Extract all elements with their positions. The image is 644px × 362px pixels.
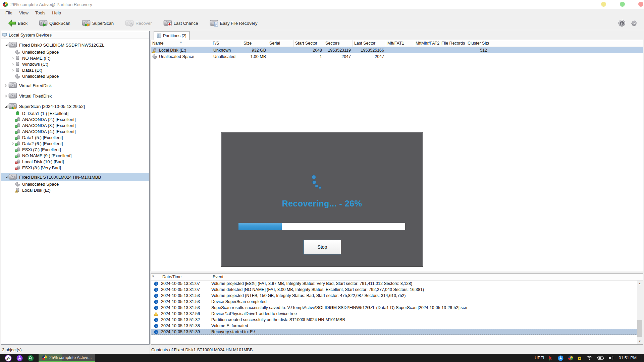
usb-device-icon[interactable] xyxy=(578,355,582,361)
easyfile-icon xyxy=(210,20,218,26)
log-row[interactable]: 2024-10-05 13:31:07 Volume detected [NO … xyxy=(151,287,643,293)
appstore-tray-icon[interactable] xyxy=(558,355,564,361)
tray-cursor-icon[interactable] xyxy=(548,356,553,361)
scroll-down-icon[interactable]: ▼ xyxy=(637,339,643,344)
column-header-mft-fat1[interactable]: Mft/FAT1 xyxy=(386,40,414,47)
tree-item[interactable]: Virtual FixedDisk xyxy=(1,92,149,100)
tree-item[interactable]: Unallocated Space xyxy=(1,49,149,55)
appstore-taskbar-icon[interactable] xyxy=(16,355,23,361)
partition-row[interactable]: Local Disk (E:)Unknown932 GB204819535231… xyxy=(151,47,643,53)
tree-item[interactable]: Unallocated Space xyxy=(1,181,149,187)
column-header-f-s[interactable]: F/S xyxy=(211,40,242,47)
column-header-serial[interactable]: Serial xyxy=(268,40,294,47)
spinner-icon xyxy=(319,186,321,189)
menu-file[interactable]: File xyxy=(2,10,16,16)
event-log-scrollbar[interactable]: ▲ ▼ xyxy=(637,281,643,344)
tree-item[interactable]: Data1 (5:) [Excellent] xyxy=(1,134,149,140)
column-header-last-sector[interactable]: Last Sector xyxy=(353,40,386,47)
volume-speaker-icon[interactable] xyxy=(608,356,614,360)
tree-item[interactable]: ANACONDA (2:) [Excellent] xyxy=(1,116,149,122)
column-header-file-records[interactable]: File Records xyxy=(440,40,466,47)
tree-item[interactable]: Windows (C:) xyxy=(1,61,149,67)
expander-collapsed-icon[interactable] xyxy=(4,84,8,87)
recovery-progress-dialog: Recovering... - 26% Stop xyxy=(221,132,423,267)
tree-item[interactable]: ESXi (7:) [Excellent] xyxy=(1,146,149,153)
log-info-icon xyxy=(151,318,161,322)
tree-item[interactable]: NO NAME (9:) [Excellent] xyxy=(1,153,149,159)
expander-collapsed-icon[interactable] xyxy=(10,57,15,60)
toolbar-button-superscan[interactable]: SuperScan xyxy=(78,17,117,29)
column-header-cluster-size[interactable]: Cluster Size xyxy=(466,40,489,47)
expander-collapsed-icon[interactable] xyxy=(10,69,15,72)
column-header-sectors[interactable]: Sectors xyxy=(324,40,353,47)
scroll-up-icon[interactable]: ▲ xyxy=(637,281,643,286)
event-log-header: *Date/TimeEvent xyxy=(151,274,643,281)
log-row[interactable]: 2024-10-05 13:31:53 Device SuperScan com… xyxy=(151,299,643,305)
log-row[interactable]: 2024-10-05 13:37:56 Device \\.\PhysicalD… xyxy=(151,311,643,317)
toolbar-button-last-chance[interactable]: Last Chance xyxy=(160,17,202,29)
tree-item[interactable]: Local Disk (10:) [Bad] xyxy=(1,159,149,165)
spinner-icon xyxy=(312,180,316,184)
menu-help[interactable]: Help xyxy=(49,10,64,16)
close-button[interactable] xyxy=(638,2,643,7)
expander-collapsed-icon[interactable] xyxy=(10,142,15,145)
log-column-date-time[interactable]: Date/Time xyxy=(161,274,211,280)
tree-item[interactable]: Local Disk (E:) xyxy=(1,187,149,193)
maximize-button[interactable] xyxy=(620,2,625,7)
part-red-icon xyxy=(15,159,20,164)
log-row[interactable]: 2024-10-05 13:51:32 Partition created su… xyxy=(151,317,643,323)
menu-tools[interactable]: Tools xyxy=(32,10,49,16)
tree-item[interactable]: Data2 (6:) [Excellent] xyxy=(1,140,149,146)
column-header-size[interactable]: Size xyxy=(242,40,268,47)
log-column-icon[interactable]: * xyxy=(151,274,161,280)
tree-item[interactable]: Fixed Disk0 SOLIDIGM SSDPFINW512GZL xyxy=(1,41,149,49)
app-tray-icon[interactable] xyxy=(568,355,573,361)
battery-icon[interactable] xyxy=(597,356,604,360)
menu-view[interactable]: View xyxy=(16,10,32,16)
column-header-start-sector[interactable]: Start Sector xyxy=(294,40,324,47)
tree-item[interactable]: SuperScan [2024-10-05 13:29:52] xyxy=(1,102,149,110)
settings-gear-icon[interactable] xyxy=(630,19,638,27)
show-desktop-divider[interactable] xyxy=(642,355,642,361)
tree-item[interactable]: ANACONDA (3:) [Excellent] xyxy=(1,122,149,128)
help-icon[interactable] xyxy=(618,19,626,27)
tree-item[interactable]: Virtual FixedDisk xyxy=(1,81,149,89)
expander-expanded-icon[interactable] xyxy=(4,176,8,179)
tree-item[interactable]: D: Data1 (1:) [Excellent] xyxy=(1,110,149,116)
tree-item[interactable]: ESXi (8:) [Very Bad] xyxy=(1,165,149,171)
log-column-event[interactable]: Event xyxy=(211,274,643,280)
minimize-button[interactable] xyxy=(601,2,606,7)
expander-collapsed-icon[interactable] xyxy=(10,63,15,66)
log-info-icon xyxy=(151,300,161,304)
expander-expanded-icon[interactable] xyxy=(4,105,8,108)
expander-collapsed-icon[interactable] xyxy=(4,95,8,98)
log-row[interactable]: 2024-10-05 13:31:53 SupeScan results suc… xyxy=(151,305,643,311)
toolbar-button-back[interactable]: Back xyxy=(5,17,31,29)
stop-button[interactable]: Stop xyxy=(304,240,341,254)
log-row[interactable]: 2024-10-05 13:31:07 Volume projected [ES… xyxy=(151,281,643,287)
vol-icon xyxy=(15,55,20,61)
expander-expanded-icon[interactable] xyxy=(4,44,8,47)
partition-row[interactable]: Unallocated SpaceUnallocated1.00 MB12047… xyxy=(151,53,643,60)
toolbar-button-quickscan[interactable]: QuickScan xyxy=(36,17,74,29)
tab-partitions[interactable]: Partitions [2] xyxy=(154,31,190,40)
tree-item[interactable]: Fixed Disk1 ST1000LM024 HN-M101MBB xyxy=(1,173,149,181)
column-header-mftmirr-fat2[interactable]: MftMirr/FAT2 xyxy=(414,40,440,47)
tree-item[interactable]: Unallocated Space xyxy=(1,73,149,79)
tree-item[interactable]: Data1 (D:) xyxy=(1,67,149,73)
scrollbar-thumb[interactable] xyxy=(637,320,642,337)
start-button-icon[interactable] xyxy=(5,355,12,362)
search-icon[interactable] xyxy=(28,355,34,361)
status-bar: 2 object(s) Contents of Fixed Disk1 ST10… xyxy=(0,346,644,354)
tree-item[interactable]: ANACONDA (4:) [Excellent] xyxy=(1,128,149,134)
wifi-icon[interactable] xyxy=(586,356,592,360)
app-logo-icon xyxy=(3,2,8,7)
toolbar-button-easy-file-recovery[interactable]: Easy File Recovery xyxy=(206,17,261,29)
taskbar-app-button[interactable]: 25% complete Active... xyxy=(39,354,95,362)
log-row[interactable]: 2024-10-05 13:31:53 Volume projected (NT… xyxy=(151,293,643,299)
tree-item[interactable]: NO NAME (F:) xyxy=(1,55,149,61)
log-row[interactable]: 2024-10-05 13:51:38 Volume E: formated xyxy=(151,323,643,329)
menu-bar: FileViewToolsHelp xyxy=(0,9,644,16)
log-row[interactable]: 2024-10-05 13:51:39 Recovery started to:… xyxy=(151,329,643,335)
system-tray: UEFI 01:51 PM xyxy=(535,355,642,361)
